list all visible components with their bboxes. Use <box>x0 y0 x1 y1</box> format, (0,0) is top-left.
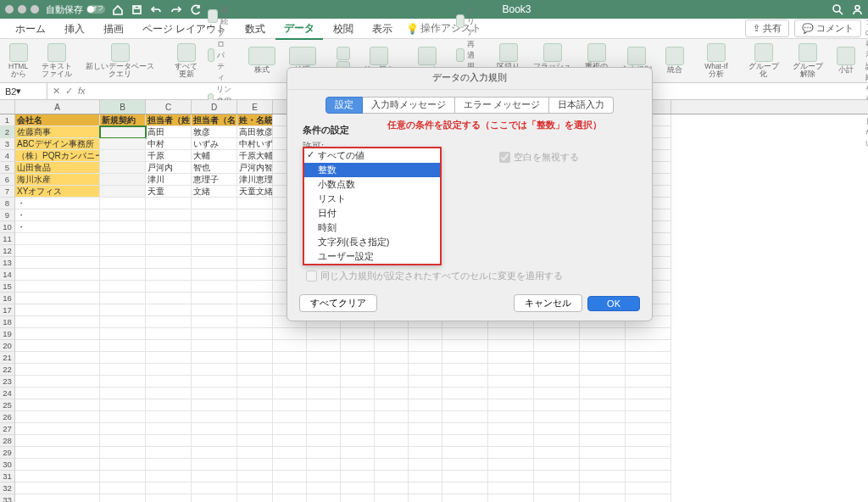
cell-A19[interactable] <box>15 328 100 340</box>
cell-C24[interactable] <box>146 388 192 399</box>
cell-F29[interactable] <box>273 447 307 459</box>
cell-I22[interactable] <box>375 364 409 376</box>
cell-A8[interactable]: ・ <box>15 198 100 209</box>
cell-J27[interactable] <box>409 423 442 435</box>
cell-L19[interactable] <box>488 328 534 340</box>
cell-B28[interactable] <box>100 435 146 447</box>
cell-B16[interactable] <box>100 293 146 304</box>
cell-N33[interactable] <box>580 494 626 502</box>
autosave-toggle[interactable]: 自動保存 オフ <box>46 3 105 16</box>
cell-I27[interactable] <box>375 423 409 435</box>
rb-showdet[interactable]: 詳細データの表示 <box>865 0 868 60</box>
cell-D8[interactable] <box>192 198 237 209</box>
cell-K33[interactable] <box>442 494 488 502</box>
user-icon[interactable] <box>852 4 863 15</box>
row-header-21[interactable]: 21 <box>0 352 14 364</box>
cell-C9[interactable] <box>146 209 192 221</box>
select-all-corner[interactable] <box>0 100 15 114</box>
cell-J28[interactable] <box>409 435 442 447</box>
row-header-3[interactable]: 3 <box>0 138 14 150</box>
cell-N25[interactable] <box>580 399 626 411</box>
cell-G21[interactable] <box>307 352 341 364</box>
cell-J31[interactable] <box>409 471 442 482</box>
cell-D33[interactable] <box>192 494 237 502</box>
cell-A29[interactable] <box>15 447 100 459</box>
cell-N21[interactable] <box>580 352 626 364</box>
tab-挿入[interactable]: 挿入 <box>56 18 93 39</box>
cell-C15[interactable] <box>146 281 192 293</box>
cell-A6[interactable]: 海川水産 <box>15 174 100 186</box>
cell-A31[interactable] <box>15 471 100 482</box>
cell-L20[interactable] <box>488 340 534 352</box>
cell-J25[interactable] <box>409 399 442 411</box>
cell-K31[interactable] <box>442 471 488 482</box>
rb-prop[interactable]: プロパティ <box>208 28 231 83</box>
tab-数式[interactable]: 数式 <box>236 18 274 39</box>
cell-M22[interactable] <box>534 364 580 376</box>
cell-D12[interactable] <box>192 245 237 257</box>
rb-text[interactable]: テキスト ファイル <box>38 43 75 79</box>
autosave-switch[interactable]: オフ <box>86 5 105 14</box>
cell-O26[interactable] <box>626 411 671 423</box>
name-box[interactable]: B2 ▾ <box>0 83 47 99</box>
cell-A14[interactable] <box>15 269 100 281</box>
cell-D25[interactable] <box>192 399 237 411</box>
cell-K21[interactable] <box>442 352 488 364</box>
cell-D27[interactable] <box>192 423 237 435</box>
cell-K19[interactable] <box>442 328 488 340</box>
row-header-4[interactable]: 4 <box>0 150 14 162</box>
cell-J33[interactable] <box>409 494 442 502</box>
row-header-9[interactable]: 9 <box>0 209 14 221</box>
cell-E28[interactable] <box>237 435 273 447</box>
redo-icon[interactable] <box>170 4 181 15</box>
cell-F25[interactable] <box>273 399 307 411</box>
cell-J23[interactable] <box>409 376 442 388</box>
cell-E21[interactable] <box>237 352 273 364</box>
cell-G31[interactable] <box>307 471 341 482</box>
cell-A7[interactable]: XYオフィス <box>15 186 100 198</box>
cell-C1[interactable]: 担当者（姓） <box>146 114 192 126</box>
cell-E23[interactable] <box>237 376 273 388</box>
cell-F21[interactable] <box>273 352 307 364</box>
cell-C31[interactable] <box>146 471 192 482</box>
dropdown-option-6[interactable]: 文字列(長さ指定) <box>304 235 440 249</box>
cell-H20[interactable] <box>341 340 375 352</box>
cell-B19[interactable] <box>100 328 146 340</box>
cell-D23[interactable] <box>192 376 237 388</box>
cell-N24[interactable] <box>580 388 626 399</box>
cell-N28[interactable] <box>580 435 626 447</box>
row-header-30[interactable]: 30 <box>0 459 14 471</box>
cell-A3[interactable]: ABCデザイン事務所 <box>15 138 100 150</box>
cell-E20[interactable] <box>237 340 273 352</box>
cell-F23[interactable] <box>273 376 307 388</box>
window-controls[interactable] <box>5 5 39 14</box>
cell-B29[interactable] <box>100 447 146 459</box>
cell-C19[interactable] <box>146 328 192 340</box>
cell-G23[interactable] <box>307 376 341 388</box>
col-header-B[interactable]: B <box>100 100 146 114</box>
cell-K32[interactable] <box>442 482 488 494</box>
cell-F28[interactable] <box>273 435 307 447</box>
dropdown-option-5[interactable]: 時刻 <box>304 220 440 235</box>
cell-A27[interactable] <box>15 423 100 435</box>
cell-D2[interactable]: 敦彦 <box>192 126 237 138</box>
cell-I25[interactable] <box>375 399 409 411</box>
cell-B1[interactable]: 新規契約 <box>100 114 146 126</box>
cell-I28[interactable] <box>375 435 409 447</box>
cell-D1[interactable]: 担当者（名） <box>192 114 237 126</box>
cell-G30[interactable] <box>307 459 341 471</box>
row-header-26[interactable]: 26 <box>0 411 14 423</box>
cell-J22[interactable] <box>409 364 442 376</box>
row-header-23[interactable]: 23 <box>0 376 14 388</box>
cell-B6[interactable] <box>100 174 146 186</box>
cell-G27[interactable] <box>307 423 341 435</box>
cell-C10[interactable] <box>146 221 192 233</box>
cell-E19[interactable] <box>237 328 273 340</box>
tab-ホーム[interactable]: ホーム <box>7 18 54 39</box>
cell-J21[interactable] <box>409 352 442 364</box>
cell-E17[interactable] <box>237 304 273 316</box>
row-header-32[interactable]: 32 <box>0 482 14 494</box>
cell-C25[interactable] <box>146 399 192 411</box>
cell-E5[interactable]: 戸河内智 <box>237 162 273 174</box>
cell-I31[interactable] <box>375 471 409 482</box>
